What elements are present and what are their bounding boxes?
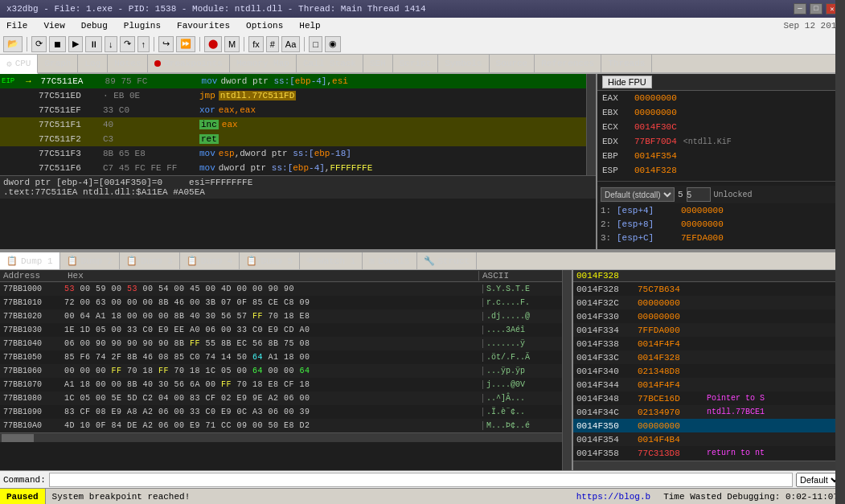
dump-row-2[interactable]: 77BB1020 00 64 A1 18 00 00 00 8B 40 30 5… xyxy=(0,309,562,323)
stack-row-6[interactable]: 0014F340 021348D8 xyxy=(573,364,845,378)
toolbar-sep5 xyxy=(304,37,305,51)
tab-callstack[interactable]: Call Stack xyxy=(297,55,363,72)
toolbar-stepout[interactable]: ↑ xyxy=(137,36,150,52)
tab-script[interactable]: Script xyxy=(393,55,439,72)
stack-row-3[interactable]: 0014F334 7FFDA000 xyxy=(573,323,845,337)
stack-row-7[interactable]: 0014F344 0014F4F4 xyxy=(573,378,845,391)
toolbar-restart[interactable]: ⟳ xyxy=(31,36,47,52)
disasm-row-6[interactable]: 77C511F6 C7 45 FC FE FF mov dword ptr ss… xyxy=(0,161,586,175)
tab-references[interactable]: References xyxy=(535,55,601,72)
dump-row-10[interactable]: 77BB10A0 4D 10 0F 84 DE A2 06 00 E9 71 C… xyxy=(0,419,562,432)
stack-row-10[interactable]: 0014F350 00000000 xyxy=(573,419,845,432)
menu-file[interactable]: File xyxy=(3,19,31,32)
toolbar-open[interactable]: 📂 xyxy=(3,36,23,52)
disasm-row-5[interactable]: 77C511F3 8B 65 E8 mov esp,dword ptr ss:[… xyxy=(0,146,586,161)
toolbar-mem[interactable]: M xyxy=(224,36,240,52)
lower-tab-dump4[interactable]: 📋 Dump 4 xyxy=(180,252,240,269)
toolbar-more1[interactable]: □ xyxy=(309,36,322,52)
dump-row-1[interactable]: 77BB1010 72 00 63 00 00 00 8B 46 00 3B 0… xyxy=(0,296,562,309)
dump-row-8[interactable]: 77BB1080 1C 05 00 5E 5D C2 04 00 83 CF 0… xyxy=(0,391,562,405)
stack-row-2[interactable]: 0014F330 00000000 xyxy=(573,309,845,323)
stack-row-0[interactable]: 0014F328 75C7B634 xyxy=(573,282,845,296)
disassembly-panel[interactable]: EIP → 77C511EA 89 75 FC mov dword ptr ss… xyxy=(0,74,596,249)
dump-row-7[interactable]: 77BB1070 A1 18 00 00 8B 40 30 56 6A 00 F… xyxy=(0,378,562,391)
dump-row-0[interactable]: 77BB1000 53 00 59 00 53 00 54 00 45 00 4… xyxy=(0,282,562,296)
dump-row-6[interactable]: 77BB1060 00 00 00 FF 70 18 FF 70 18 1C 0… xyxy=(0,364,562,378)
tab-graph[interactable]: Graph xyxy=(38,55,78,72)
lower-tab-dump1[interactable]: 📋 Dump 1 xyxy=(0,252,60,269)
stack-hscrollbar[interactable] xyxy=(573,461,845,470)
toolbar-run[interactable]: ▶ xyxy=(68,36,83,52)
toolbar-hash[interactable]: # xyxy=(266,36,279,52)
toolbar-more2[interactable]: ◉ xyxy=(325,36,341,52)
lower-tab-dump5[interactable]: 📋 Dump 5 xyxy=(240,252,300,269)
hide-fpu-button[interactable]: Hide FPU xyxy=(602,76,652,88)
disasm-row-3[interactable]: 77C511F1 40 inc eax xyxy=(0,117,586,132)
disasm-scrollbar[interactable] xyxy=(586,74,596,175)
stack-panel: 0014F328 0014F328 75C7B634 0014F32C 0000… xyxy=(572,270,845,470)
lower-tab-locals[interactable]: ⊞ Locals xyxy=(363,252,416,269)
stack-row-8[interactable]: 0014F348 77BCE16D Pointer to S xyxy=(573,391,845,405)
disasm-op-1: ntdll.77C511FD xyxy=(219,91,296,100)
toolbar-close[interactable]: ⏹ xyxy=(49,36,66,52)
stack-row-12[interactable]: 0014F358 77C313D8 return to nt xyxy=(573,446,845,460)
toolbar-animate[interactable]: ⏩ xyxy=(176,36,195,52)
stack-row-1[interactable]: 0014F32C 00000000 xyxy=(573,296,845,309)
disasm-row-1[interactable]: 77C511ED ∙ EB 0E jmp ntdll.77C511FD xyxy=(0,88,586,103)
tab-seh[interactable]: SEH xyxy=(363,55,393,72)
tab-breakpoints[interactable]: Breakpoints xyxy=(148,55,230,72)
stack-row-11[interactable]: 0014F354 0014F4B4 xyxy=(573,432,845,446)
stack-row-4[interactable]: 0014F338 0014F4F4 xyxy=(573,337,845,350)
stack-addr-6: 0014F340 xyxy=(576,367,638,376)
callstack-convention-select[interactable]: Default (stdcall) xyxy=(601,187,675,202)
command-label: Command: xyxy=(3,475,46,485)
dump-row-3[interactable]: 77BB1030 1E 1D 05 00 33 C0 E9 EE A0 06 0… xyxy=(0,323,562,337)
status-url: https://blog.b xyxy=(570,492,657,502)
toolbar-aa[interactable]: Aa xyxy=(281,36,300,52)
dump-container: Address Hex ASCII 77BB1000 53 00 59 00 5… xyxy=(0,270,572,470)
tab-log[interactable]: Log xyxy=(78,55,108,72)
callstack-count-input[interactable] xyxy=(687,187,711,202)
menu-view[interactable]: View xyxy=(40,19,68,32)
menu-help[interactable]: Help xyxy=(296,19,323,32)
toolbar-stepinto[interactable]: ↓ xyxy=(105,36,117,52)
toolbar-fx[interactable]: fx xyxy=(248,36,264,52)
maximize-button[interactable]: □ xyxy=(810,3,822,14)
toolbar-stepover[interactable]: ↷ xyxy=(120,36,135,52)
tab-threads[interactable]: Threads xyxy=(601,55,652,72)
tab-cpu[interactable]: ⚙ CPU xyxy=(0,55,38,74)
menu-options[interactable]: Options xyxy=(243,19,286,32)
toolbar-runtocursor[interactable]: ↪ xyxy=(158,36,174,52)
toolbar-pause[interactable]: ⏸ xyxy=(85,36,102,52)
minimize-button[interactable]: ─ xyxy=(794,3,806,14)
disasm-row-eip[interactable]: EIP → 77C511EA 89 75 FC mov dword ptr ss… xyxy=(0,74,586,88)
menu-debug[interactable]: Debug xyxy=(78,19,111,32)
command-input[interactable] xyxy=(49,473,793,487)
dump-hscroll-thumb[interactable] xyxy=(2,434,34,442)
toolbar-bp[interactable]: ⬤ xyxy=(204,36,222,52)
dump-scrollbar[interactable] xyxy=(562,270,572,470)
lower-section: Address Hex ASCII 77BB1000 53 00 59 00 5… xyxy=(0,270,845,470)
tab-symbols[interactable]: Symbols xyxy=(438,55,489,72)
main-content: EIP → 77C511EA 89 75 FC mov dword ptr ss… xyxy=(0,74,845,504)
stack-row-5[interactable]: 0014F33C 0014F328 xyxy=(573,350,845,364)
reg-val-ebx: 00000000 xyxy=(634,108,677,117)
lower-tab-dump3[interactable]: 📋 Dump 3 xyxy=(120,252,180,269)
lower-tab-struct[interactable]: 🔧 Struct xyxy=(417,252,478,269)
stack-vscrollbar-overlay[interactable] xyxy=(835,0,845,504)
dump-hscrollbar[interactable] xyxy=(0,432,562,442)
stack-row-9[interactable]: 0014F34C 02134970 ntdll.77BCE1 xyxy=(573,405,845,419)
disasm-row-2[interactable]: 77C511EF 33 C0 xor eax,eax xyxy=(0,103,586,117)
menu-plugins[interactable]: Plugins xyxy=(121,19,164,32)
tab-memory[interactable]: Memory Map xyxy=(230,55,297,72)
lower-tab-watch1[interactable]: 👁 Watch 1 xyxy=(300,252,363,269)
lower-tab-dump2[interactable]: 📋 Dump 2 xyxy=(60,252,121,269)
dump-row-9[interactable]: 77BB1090 83 CF 08 E9 A8 A2 06 00 33 C0 E… xyxy=(0,405,562,419)
disasm-row-4[interactable]: 77C511F2 C3 ret xyxy=(0,132,586,146)
dump-row-5[interactable]: 77BB1050 85 F6 74 2F 8B 46 08 85 C0 74 1… xyxy=(0,350,562,364)
dump-row-4[interactable]: 77BB1040 06 00 90 90 90 90 90 8B FF 55 8… xyxy=(0,337,562,350)
tab-source[interactable]: Source xyxy=(490,55,535,72)
menu-favourites[interactable]: Favourites xyxy=(174,19,233,32)
tab-notes[interactable]: Notes xyxy=(108,55,148,72)
lower-tab-dump1-label: Dump 1 xyxy=(21,256,53,266)
